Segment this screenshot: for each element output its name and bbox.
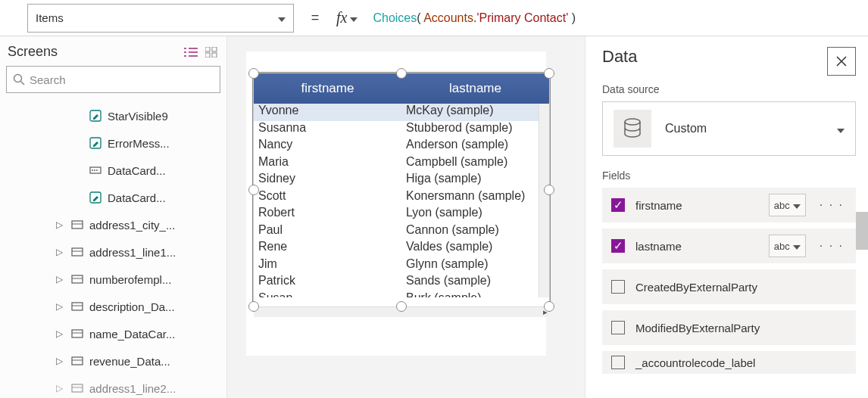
svg-rect-0 xyxy=(205,47,210,51)
fields-label: Fields xyxy=(602,169,856,182)
resize-handle[interactable] xyxy=(544,185,554,195)
screens-panel: Screens Search StarVisible9 ErrorMess...… xyxy=(0,36,227,398)
column-header[interactable]: firstname xyxy=(254,73,401,104)
fx-button[interactable]: fx xyxy=(329,9,365,26)
list-view-icon[interactable] xyxy=(184,47,198,58)
table-row[interactable]: JimGlynn (sample) xyxy=(254,257,549,275)
grid-view-icon[interactable] xyxy=(205,47,217,58)
field-row[interactable]: ✓ firstname abc · · · xyxy=(602,188,856,222)
tree-item[interactable]: ErrorMess... xyxy=(0,129,226,157)
checkbox-unchecked[interactable] xyxy=(611,321,625,334)
table-row[interactable]: SusanBurk (sample) xyxy=(254,291,549,298)
field-row[interactable]: _accountrolecode_label xyxy=(602,351,856,374)
search-input[interactable]: Search xyxy=(6,66,220,93)
equals-label: = xyxy=(301,10,329,26)
data-table-body: YvonneMcKay (sample) SusannaStubberod (s… xyxy=(254,104,549,297)
field-type-selector[interactable]: abc xyxy=(769,235,806,257)
resize-handle[interactable] xyxy=(396,301,407,312)
chevron-down-icon xyxy=(278,11,286,24)
tree-item[interactable]: ▷address1_city_... xyxy=(0,211,226,238)
resize-handle[interactable] xyxy=(544,68,554,79)
tree-view: StarVisible9 ErrorMess... DataCard... Da… xyxy=(0,101,226,398)
field-row[interactable]: CreatedByExternalParty xyxy=(602,269,856,304)
checkbox-checked[interactable]: ✓ xyxy=(611,198,625,212)
chevron-down-icon xyxy=(837,121,845,137)
field-type-selector[interactable]: abc xyxy=(769,194,806,216)
vertical-scrollbar[interactable] xyxy=(539,104,549,297)
table-row[interactable]: PaulCannon (sample) xyxy=(254,223,549,241)
tree-item[interactable]: ▷name_DataCar... xyxy=(0,320,226,347)
tree-item[interactable]: DataCard... xyxy=(0,157,226,184)
svg-line-5 xyxy=(21,82,25,86)
table-row[interactable]: SusannaStubberod (sample) xyxy=(254,121,549,138)
formula-token-id: Accounts xyxy=(423,11,473,24)
svg-point-10 xyxy=(94,169,95,171)
more-button[interactable]: · · · xyxy=(816,198,847,212)
chevron-right-icon[interactable]: ▷ xyxy=(56,274,65,285)
data-panel-title: Data xyxy=(602,47,637,67)
svg-rect-13 xyxy=(72,221,83,229)
resize-handle[interactable] xyxy=(248,68,259,79)
svg-rect-15 xyxy=(72,248,83,256)
table-row[interactable]: SidneyHiga (sample) xyxy=(254,172,549,189)
chevron-right-icon[interactable]: ▷ xyxy=(56,383,65,393)
screens-title: Screens xyxy=(8,44,58,60)
table-row[interactable]: NancyAnderson (sample) xyxy=(254,138,549,155)
svg-rect-3 xyxy=(212,53,217,58)
formula-token-string: 'Primary Contact' xyxy=(476,11,568,24)
tree-item[interactable]: ▷revenue_Data... xyxy=(0,347,226,375)
checkbox-unchecked[interactable] xyxy=(611,280,625,294)
chevron-right-icon[interactable]: ▷ xyxy=(56,219,65,230)
search-placeholder: Search xyxy=(30,73,66,86)
tree-item[interactable]: DataCard... xyxy=(0,184,226,211)
resize-handle[interactable] xyxy=(544,301,554,312)
database-icon xyxy=(614,110,651,148)
table-row[interactable]: ScottKonersmann (sample) xyxy=(254,189,549,207)
field-name: lastname xyxy=(635,240,758,253)
resize-handle[interactable] xyxy=(248,301,259,312)
table-row[interactable]: YvonneMcKay (sample) xyxy=(254,104,549,121)
formula-input[interactable]: Choices( Accounts.'Primary Contact' ) xyxy=(365,11,868,25)
resize-handle[interactable] xyxy=(396,68,407,79)
checkbox-checked[interactable]: ✓ xyxy=(611,239,625,253)
more-button[interactable]: · · · xyxy=(816,239,847,253)
close-icon xyxy=(835,55,848,67)
tree-item[interactable]: ▷address1_line1... xyxy=(0,238,226,266)
tree-item[interactable]: StarVisible9 xyxy=(0,102,226,129)
canvas[interactable]: firstname lastname YvonneMcKay (sample) … xyxy=(227,36,585,398)
field-name: ModifiedByExternalParty xyxy=(635,322,847,334)
table-row[interactable]: PatrickSands (sample) xyxy=(254,274,549,291)
svg-rect-25 xyxy=(72,384,83,392)
close-button[interactable] xyxy=(827,47,856,76)
chevron-right-icon[interactable]: ▷ xyxy=(56,328,65,339)
tree-item[interactable]: ▷numberofempl... xyxy=(0,266,226,293)
data-table-control[interactable]: firstname lastname YvonneMcKay (sample) … xyxy=(253,73,550,307)
scrollbar-thumb[interactable] xyxy=(856,212,868,250)
chevron-right-icon[interactable]: ▷ xyxy=(56,247,65,257)
table-row[interactable]: MariaCampbell (sample) xyxy=(254,155,549,173)
chevron-right-icon[interactable]: ▷ xyxy=(56,301,65,312)
checkbox-unchecked[interactable] xyxy=(611,356,625,369)
column-header[interactable]: lastname xyxy=(401,73,549,104)
svg-rect-1 xyxy=(212,47,217,51)
data-panel: Data Data source Custom Fields ✓ firstna… xyxy=(585,36,868,398)
card-icon xyxy=(71,246,83,258)
table-row[interactable]: RobertLyon (sample) xyxy=(254,206,549,223)
table-row[interactable]: ReneValdes (sample) xyxy=(254,240,549,257)
field-row[interactable]: ✓ lastname abc · · · xyxy=(602,229,856,263)
field-row[interactable]: ModifiedByExternalParty xyxy=(602,310,856,345)
resize-handle[interactable] xyxy=(248,185,259,195)
formula-token-fn: Choices xyxy=(373,11,417,24)
tree-item[interactable]: ▷description_Da... xyxy=(0,293,226,320)
card-icon xyxy=(71,382,83,394)
search-icon xyxy=(13,73,25,86)
tree-item[interactable]: ▷address1_line2... xyxy=(0,375,226,398)
edit-icon xyxy=(89,110,101,122)
input-icon xyxy=(89,164,101,176)
chevron-right-icon[interactable]: ▷ xyxy=(56,356,65,366)
data-source-selector[interactable]: Custom xyxy=(602,101,856,156)
field-name: CreatedByExternalParty xyxy=(635,281,847,294)
property-selector[interactable]: Items xyxy=(27,4,294,33)
card-icon xyxy=(71,300,83,312)
vertical-scrollbar[interactable] xyxy=(856,204,868,380)
